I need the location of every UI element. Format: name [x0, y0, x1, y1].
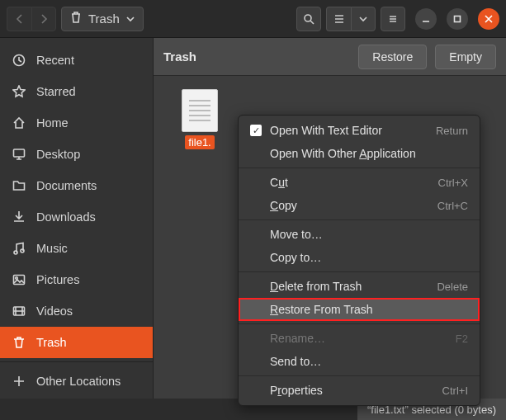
sidebar-item-label: Pictures [36, 273, 79, 286]
menu-accelerator: Ctrl+X [438, 177, 468, 189]
menu-item-label: Copy [270, 199, 429, 212]
svg-point-4 [14, 251, 17, 254]
svg-point-7 [16, 277, 18, 280]
svg-point-5 [21, 249, 24, 252]
menu-item-label: Send to… [270, 355, 468, 368]
sidebar-item-downloads[interactable]: Downloads [0, 201, 153, 233]
view-list-button[interactable] [326, 7, 351, 31]
sidebar-item-label: Home [36, 116, 69, 130]
menu-separator [239, 323, 480, 324]
sidebar-item-trash[interactable]: Trash [0, 327, 153, 358]
music-icon [12, 241, 26, 256]
trash-icon [70, 12, 82, 26]
search-button[interactable] [296, 7, 321, 31]
file-item[interactable]: file1. [167, 89, 233, 149]
titlebar: Trash [0, 0, 506, 38]
sidebar-item-label: Desktop [36, 148, 80, 161]
menu-accelerator: Return [436, 125, 468, 137]
sidebar-item-pictures[interactable]: Pictures [0, 264, 153, 295]
sidebar-item-desktop[interactable]: Desktop [0, 139, 153, 170]
menu-item-label: Properties [270, 384, 434, 397]
svg-rect-6 [14, 276, 25, 285]
trash-icon [12, 335, 26, 350]
location-header: Trash Restore Empty [154, 38, 506, 76]
sidebar-item-starred[interactable]: Starred [0, 76, 153, 107]
menu-item-copy[interactable]: CopyCtrl+C [239, 194, 480, 217]
file-label: file1. [185, 135, 214, 149]
menu-item-label: Rename… [270, 332, 447, 345]
menu-button[interactable] [381, 7, 405, 31]
menu-item-restore-from-trash[interactable]: Restore From Trash [239, 298, 480, 321]
picture-icon [12, 272, 26, 287]
menu-item-copy-to[interactable]: Copy to… [239, 246, 480, 269]
clock-icon [12, 53, 26, 68]
sidebar: RecentStarredHomeDesktopDocumentsDownloa… [0, 38, 154, 399]
menu-separator [239, 219, 480, 220]
home-icon [12, 116, 26, 130]
back-button[interactable] [7, 7, 31, 31]
sidebar-item-label: Downloads [36, 210, 96, 224]
menu-item-rename: Rename…F2 [239, 327, 480, 350]
sidebar-item-label: Other Locations [36, 375, 121, 388]
sidebar-item-recent[interactable]: Recent [0, 45, 153, 76]
menu-item-label: Copy to… [270, 251, 468, 264]
menu-item-label: Restore From Trash [270, 303, 468, 316]
sidebar-item-label: Documents [36, 179, 97, 192]
forward-button[interactable] [31, 7, 56, 31]
menu-item-label: Cut [270, 176, 430, 189]
sidebar-item-label: Trash [36, 336, 67, 349]
sidebar-item-documents[interactable]: Documents [0, 170, 153, 201]
context-menu: ✓Open With Text EditorReturnOpen With Ot… [238, 115, 480, 406]
menu-accelerator: F2 [456, 333, 468, 345]
text-file-icon [182, 89, 218, 132]
menu-separator [239, 375, 480, 376]
plus-icon [12, 374, 26, 389]
sidebar-item-label: Starred [36, 85, 76, 98]
sidebar-item-other-locations[interactable]: Other Locations [0, 366, 153, 397]
menu-separator [239, 168, 480, 168]
sidebar-item-videos[interactable]: Videos [0, 295, 153, 327]
location-title: Trash [163, 50, 350, 64]
sidebar-item-music[interactable]: Music [0, 233, 153, 264]
maximize-button[interactable] [447, 8, 468, 30]
menu-item-label: Open With Text Editor [270, 124, 428, 137]
checkbox-icon: ✓ [250, 125, 262, 136]
menu-item-label: Move to… [270, 228, 468, 241]
chevron-down-icon [126, 12, 135, 26]
menu-item-label: Open With Other Application [270, 147, 468, 160]
sidebar-item-home[interactable]: Home [0, 107, 153, 139]
restore-button[interactable]: Restore [358, 45, 427, 69]
menu-item-open-with-text-editor[interactable]: ✓Open With Text EditorReturn [239, 119, 480, 142]
menu-item-delete-from-trash[interactable]: Delete from TrashDelete [239, 275, 480, 298]
desktop-icon [12, 147, 26, 162]
svg-rect-3 [14, 149, 25, 157]
close-button[interactable] [478, 8, 499, 30]
menu-item-send-to[interactable]: Send to… [239, 350, 480, 373]
video-icon [12, 304, 26, 319]
menu-item-label: Delete from Trash [270, 280, 428, 293]
sidebar-item-label: Recent [36, 54, 74, 67]
empty-button[interactable]: Empty [435, 45, 496, 69]
path-button[interactable]: Trash [61, 7, 144, 31]
menu-item-move-to[interactable]: Move to… [239, 223, 480, 246]
menu-accelerator: Ctrl+C [437, 200, 468, 212]
svg-rect-1 [455, 16, 461, 21]
view-dropdown-button[interactable] [351, 7, 376, 31]
folder-icon [12, 178, 26, 193]
menu-item-open-with-other-application[interactable]: Open With Other Application [239, 142, 480, 165]
menu-item-cut[interactable]: CutCtrl+X [239, 171, 480, 194]
sidebar-item-label: Videos [36, 304, 73, 318]
menu-accelerator: Delete [437, 281, 468, 293]
menu-item-properties[interactable]: PropertiesCtrl+I [239, 379, 480, 402]
download-icon [12, 210, 26, 224]
path-label: Trash [88, 12, 120, 26]
star-icon [12, 84, 26, 99]
menu-accelerator: Ctrl+I [442, 385, 468, 397]
menu-separator [239, 271, 480, 272]
sidebar-item-label: Music [36, 242, 68, 255]
minimize-button[interactable] [415, 8, 437, 30]
svg-point-0 [305, 15, 311, 21]
